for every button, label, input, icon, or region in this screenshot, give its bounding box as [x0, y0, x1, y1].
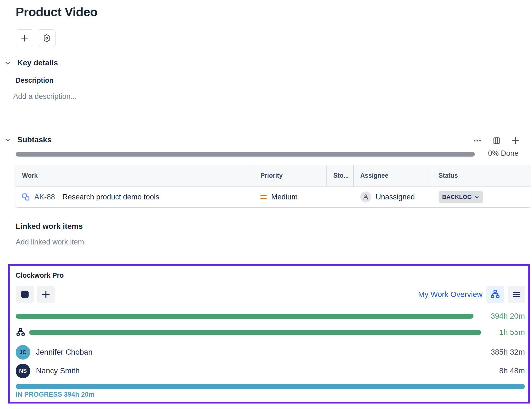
subtasks-toolbar: [473, 136, 520, 145]
in-progress-label: IN PROGRESS 394h 20m: [16, 391, 95, 398]
subtasks-progress-bar: [16, 152, 475, 157]
stop-square-icon: [21, 291, 29, 298]
chevron-down-icon[interactable]: [4, 59, 12, 67]
key-details-title: Key details: [17, 59, 58, 67]
subtask-icon: [21, 193, 30, 201]
table-header-row: Work Priority Sto... Assignee Status: [15, 165, 531, 187]
subtasks-table: Work Priority Sto... Assignee Status AK-…: [15, 165, 531, 208]
my-work-overview-link[interactable]: My Work Overview: [418, 290, 483, 299]
assignee-label: Unassigned: [376, 193, 415, 201]
timer-actions: [16, 286, 55, 303]
total-time-label: 394h 20m: [491, 312, 525, 321]
description-placeholder[interactable]: Add a description...: [13, 92, 77, 101]
key-details-header: Key details: [4, 59, 58, 67]
stop-timer-button[interactable]: [16, 286, 34, 303]
columns-icon[interactable]: [492, 137, 501, 145]
chevron-down-icon: [474, 194, 480, 200]
description-label: Description: [16, 76, 54, 84]
status-label: BACKLOG: [442, 194, 472, 200]
ellipsis-icon[interactable]: [473, 136, 482, 145]
person-name: Jennifer Choban: [36, 348, 92, 357]
person-time-row: NS Nancy Smith 8h 48m: [16, 363, 525, 379]
linked-work-items-title: Linked work items: [16, 222, 83, 231]
org-chart-icon: [490, 289, 500, 300]
task-action-row: [16, 29, 56, 47]
table-row[interactable]: AK-88 Research product demo tools Medium…: [15, 187, 531, 207]
add-button[interactable]: [16, 29, 33, 47]
person-time-row: JC Jennifer Choban 385h 32m: [16, 344, 525, 360]
work-cell: AK-88 Research product demo tools: [15, 193, 254, 201]
subtask-time-label: 1h 55m: [499, 328, 525, 337]
person-time: 385h 32m: [491, 348, 525, 357]
org-chart-icon: [16, 327, 26, 337]
avatar: JC: [16, 345, 30, 360]
breakdown-view-button[interactable]: [486, 286, 504, 303]
clockwork-pro-title: Clockwork Pro: [16, 271, 64, 279]
person-name: Nancy Smith: [36, 366, 80, 375]
column-header-status[interactable]: Status: [432, 165, 531, 186]
assignee-cell[interactable]: Unassigned: [354, 191, 432, 202]
total-time-bar: [16, 314, 473, 319]
person-circle-icon: [360, 191, 371, 202]
priority-label: Medium: [271, 193, 298, 201]
status-badge[interactable]: BACKLOG: [439, 191, 483, 203]
chevron-down-icon[interactable]: [4, 136, 12, 144]
hamburger-icon: [512, 290, 521, 299]
subtask-time-bar: [29, 330, 481, 335]
apps-settings-button[interactable]: [38, 29, 56, 47]
plus-icon: [20, 34, 29, 43]
priority-medium-icon: [261, 195, 267, 199]
column-header-assignee[interactable]: Assignee: [354, 165, 432, 186]
subtasks-progress-label: 0% Done: [488, 149, 519, 158]
column-header-story-points[interactable]: Sto...: [327, 165, 354, 186]
plus-icon: [41, 290, 51, 299]
subtasks-title: Subtasks: [17, 135, 52, 144]
menu-button[interactable]: [508, 286, 525, 303]
subtasks-header: Subtasks: [4, 135, 52, 144]
issue-summary[interactable]: Research product demo tools: [62, 193, 159, 201]
add-linked-work-item[interactable]: Add linked work item: [16, 238, 84, 246]
clockwork-pro-panel: Clockwork Pro My Work Overview: [8, 264, 530, 404]
column-header-priority[interactable]: Priority: [254, 165, 327, 186]
column-header-work[interactable]: Work: [15, 165, 254, 186]
priority-cell[interactable]: Medium: [254, 193, 327, 201]
total-time-row: 394h 20m: [16, 311, 525, 321]
in-progress-bar: [16, 384, 525, 389]
subtask-time-row: 1h 55m: [16, 327, 525, 338]
add-time-button[interactable]: [37, 286, 55, 303]
plus-icon[interactable]: [511, 136, 520, 145]
page-title: Product Video: [16, 5, 98, 19]
avatar: NS: [16, 364, 30, 378]
status-cell: BACKLOG: [432, 191, 531, 203]
person-time: 8h 48m: [499, 366, 525, 375]
work-overview-cluster: My Work Overview: [418, 286, 525, 303]
hexagon-gear-icon: [42, 34, 51, 43]
issue-key[interactable]: AK-88: [34, 193, 55, 201]
